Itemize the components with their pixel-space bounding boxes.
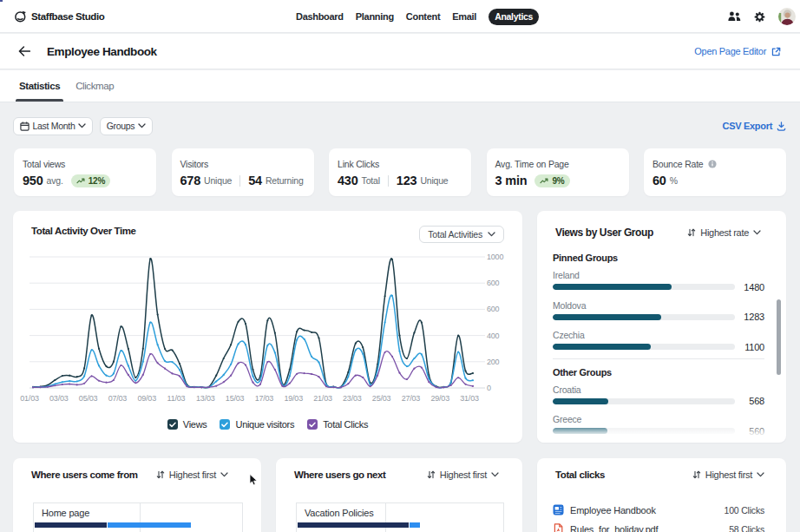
go-next-card: Where users go nextHighest firstVacation… — [276, 458, 522, 532]
stat-value: 430 — [338, 174, 358, 187]
chart-legend: ViewsUnique visitorsTotal Clicks — [13, 419, 522, 430]
tabs-bar: StatisticsClickmap — [0, 70, 800, 102]
group-value: 1480 — [744, 282, 764, 292]
activity-type-dropdown[interactable]: Total Activities — [419, 226, 504, 243]
brand[interactable]: Staffbase Studio — [15, 0, 104, 33]
screen-artifact — [0, 0, 3, 2]
groups-filter-dropdown[interactable]: Groups — [100, 117, 153, 135]
group-value: 560 — [749, 426, 764, 437]
legend-checkbox[interactable] — [307, 419, 318, 430]
stat-card-3: Avg. Time on Page3 min9% — [487, 148, 629, 196]
open-page-editor-link[interactable]: Open Page Editor — [694, 46, 781, 56]
stat-value: 123 — [397, 174, 417, 187]
legend-item-total-clicks[interactable]: Total Clicks — [307, 419, 368, 430]
groups-sort-label: Highest rate — [700, 227, 749, 238]
gear-icon[interactable] — [754, 11, 765, 23]
flow-col-divider — [385, 503, 386, 532]
svg-text:15/03: 15/03 — [226, 394, 245, 403]
group-bar-fill — [553, 314, 661, 320]
go-next-table: Vacation Policies — [296, 502, 504, 532]
stat-divider — [239, 175, 240, 187]
come-from-sort-dropdown[interactable]: Highest first — [156, 470, 228, 480]
nav-item-dashboard[interactable]: Dashboard — [296, 11, 344, 22]
download-icon — [777, 122, 786, 131]
series-views — [33, 259, 473, 388]
legend-checkbox[interactable] — [167, 419, 178, 430]
nav-item-email[interactable]: Email — [452, 11, 476, 22]
sort-icon — [156, 470, 165, 479]
legend-checkbox[interactable] — [220, 419, 230, 430]
come-from-title: Where users come from — [31, 470, 138, 480]
group-bar-track — [553, 428, 735, 434]
group-row-ireland: Ireland1480 — [553, 270, 764, 290]
trend-up-icon — [76, 178, 86, 184]
flow-stacked-bar — [298, 522, 502, 528]
svg-text:27/03: 27/03 — [402, 394, 421, 403]
groups-scrollbar[interactable] — [777, 299, 781, 375]
groups-filter-label: Groups — [107, 121, 135, 131]
come-from-table: Home page — [33, 502, 243, 532]
stat-card-label-row: Total views — [23, 159, 148, 169]
user-groups-list: Pinned GroupsIreland1480Moldova1283Czech… — [553, 253, 764, 434]
total-clicks-sort-dropdown[interactable]: Highest first — [692, 470, 764, 480]
tab-clickmap[interactable]: Clickmap — [72, 70, 117, 102]
total-clicks-sort-label: Highest first — [705, 470, 752, 480]
nav-item-content[interactable]: Content — [406, 11, 440, 22]
click-row-1[interactable]: Rules_for_holiday.pdf58 Clicks — [553, 520, 764, 532]
flow-row-label[interactable]: Vacation Policies — [297, 503, 385, 522]
nav-item-analytics[interactable]: Analytics — [489, 9, 539, 25]
click-value: 100 Clicks — [725, 505, 764, 516]
click-label: Rules_for_holiday.pdf — [570, 524, 658, 532]
period-filter-dropdown[interactable]: Last Month — [13, 117, 93, 135]
chevron-down-icon — [78, 123, 86, 128]
period-filter-label: Last Month — [33, 121, 75, 131]
tab-statistics[interactable]: Statistics — [16, 70, 63, 102]
svg-text:400: 400 — [487, 332, 500, 340]
page-title: Employee Handbook — [47, 45, 157, 58]
svg-text:29/03: 29/03 — [430, 394, 449, 403]
csv-export-link[interactable]: CSV Export — [722, 121, 786, 131]
stat-card-value-row: 60% — [652, 174, 777, 187]
groups-sort-dropdown[interactable]: Highest rate — [687, 227, 761, 238]
svg-text:1000: 1000 — [487, 253, 503, 261]
nav-item-planning[interactable]: Planning — [356, 11, 394, 22]
pdf-file-icon — [553, 523, 564, 532]
svg-text:23/03: 23/03 — [343, 394, 362, 403]
svg-text:09/03: 09/03 — [137, 394, 156, 403]
group-bar-fill — [553, 284, 672, 290]
chevron-down-icon — [753, 230, 761, 235]
flow-col-divider — [140, 503, 141, 532]
groups-section-divider — [553, 358, 764, 359]
svg-text:21/03: 21/03 — [313, 394, 332, 403]
stat-card-label: Avg. Time on Page — [495, 159, 569, 169]
group-bar-row: 1283 — [553, 314, 764, 320]
info-icon[interactable] — [708, 160, 717, 168]
legend-item-unique-visitors[interactable]: Unique visitors — [220, 419, 294, 430]
flow-seg-blue — [108, 522, 191, 528]
flow-row-label[interactable]: Home page — [34, 503, 140, 522]
chevron-down-icon — [488, 232, 495, 237]
come-from-sort-label: Highest first — [169, 470, 216, 480]
svg-text:01/03: 01/03 — [20, 394, 39, 403]
legend-label: Unique visitors — [235, 419, 294, 430]
click-row-0[interactable]: Employee Handbook100 Clicks — [553, 501, 764, 520]
svg-text:13/03: 13/03 — [196, 394, 215, 403]
stat-value: 54 — [248, 174, 262, 187]
legend-label: Views — [183, 419, 207, 430]
svg-text:11/03: 11/03 — [167, 394, 186, 403]
group-value: 1100 — [744, 342, 764, 352]
group-row-moldova: Moldova1283 — [553, 300, 764, 320]
users-icon[interactable] — [728, 11, 741, 22]
stat-suffix: Unique — [204, 175, 232, 186]
legend-item-views[interactable]: Views — [167, 419, 207, 430]
open-page-editor-label: Open Page Editor — [694, 46, 766, 56]
group-section-title: Pinned Groups — [553, 253, 764, 263]
svg-text:19/03: 19/03 — [284, 394, 303, 403]
avatar[interactable] — [778, 8, 796, 25]
svg-text:600: 600 — [487, 279, 500, 287]
go-next-sort-dropdown[interactable]: Highest first — [427, 470, 499, 480]
back-button[interactable] — [16, 43, 32, 59]
trend-up-icon — [540, 178, 549, 184]
group-bar-track — [553, 314, 735, 320]
user-groups-card: Views by User Group Highest rate Pinned … — [537, 211, 786, 443]
